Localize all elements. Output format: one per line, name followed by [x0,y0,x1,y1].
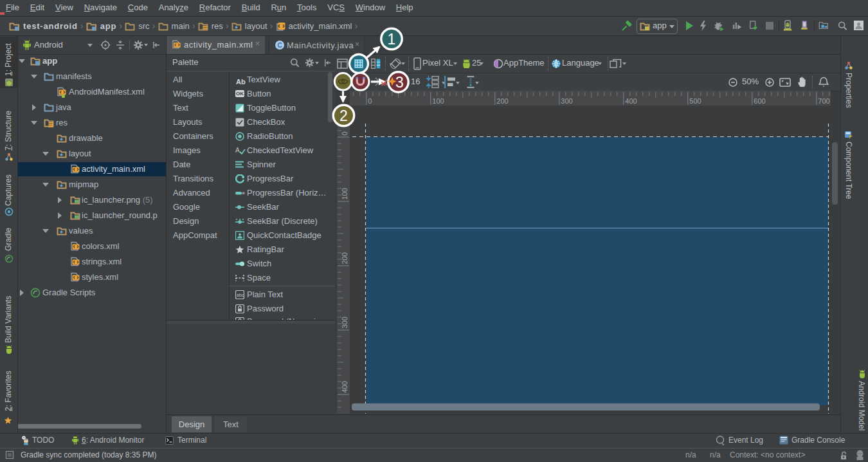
svg-text:C: C [277,42,282,49]
svg-text:A: A [235,147,240,154]
svg-text:abc: abc [237,293,244,297]
